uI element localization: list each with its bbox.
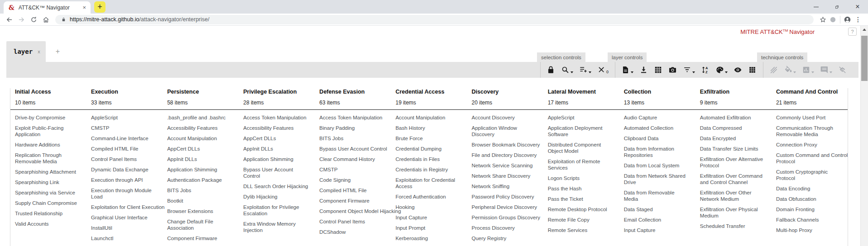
background-color-icon[interactable] [784, 66, 796, 74]
technique-cell[interactable]: Forced Authentication [395, 194, 459, 200]
profile-button[interactable] [844, 16, 851, 24]
technique-cell[interactable]: Exploitation for Client Execution [91, 204, 154, 210]
sort-icon[interactable]: AZ [701, 66, 710, 74]
technique-cell[interactable]: Data Staged [624, 206, 687, 213]
tactic-header[interactable]: Defense Evasion [319, 89, 387, 95]
technique-cell[interactable]: Network Service Scanning [472, 162, 535, 169]
technique-cell[interactable]: Access Token Manipulation [319, 114, 383, 121]
technique-cell[interactable]: Communication Through Removable Media [776, 125, 839, 137]
technique-cell[interactable]: Trusted Relationship [15, 210, 78, 217]
technique-cell[interactable]: Input Capture [395, 214, 459, 221]
technique-cell[interactable]: Data Transfer Size Limits [700, 146, 763, 152]
browser-menu-button[interactable]: ⋮ [851, 16, 865, 23]
technique-cell[interactable]: Network Share Discovery [472, 173, 535, 179]
technique-cell[interactable]: Data from Removable Media [624, 189, 687, 202]
technique-cell[interactable]: Bypass User Account Control [243, 166, 307, 179]
technique-cell[interactable]: Valid Accounts [15, 221, 78, 227]
technique-cell[interactable]: BITS Jobs [319, 135, 383, 142]
technique-cell[interactable]: Data Encrypted [700, 135, 763, 142]
tactic-header[interactable]: Initial Access [15, 89, 83, 95]
minimize-button[interactable] [806, 0, 826, 14]
technique-cell[interactable]: Dylib Hijacking [243, 194, 307, 200]
technique-cell[interactable]: Clipboard Data [624, 135, 687, 142]
tactic-header[interactable]: Privilege Escalation [243, 89, 311, 95]
technique-cell[interactable]: Accessibility Features [167, 125, 230, 131]
toggle-state-icon[interactable] [769, 66, 778, 74]
technique-cell[interactable]: Command-Line Interface [91, 135, 154, 142]
technique-cell[interactable]: Spearphishing Attachment [15, 169, 78, 175]
clear-annotations-icon[interactable] [838, 66, 847, 74]
technique-cell[interactable]: Drive-by Compromise [15, 114, 78, 121]
layer-tab[interactable]: layer x [6, 41, 46, 62]
technique-cell[interactable]: Credentials in Files [395, 156, 459, 162]
technique-cell[interactable]: AppleScript [91, 114, 154, 121]
technique-cell[interactable]: Spearphishing Link [15, 179, 78, 185]
technique-cell[interactable]: Code Signing [319, 177, 383, 183]
technique-cell[interactable]: Peripheral Device Discovery [472, 204, 535, 210]
back-button[interactable] [3, 14, 15, 25]
technique-cell[interactable]: Execution through API [91, 177, 154, 183]
layout-icon[interactable] [748, 66, 757, 74]
close-button[interactable]: × [847, 0, 868, 14]
technique-cell[interactable]: Supply Chain Compromise [15, 200, 78, 206]
technique-cell[interactable]: Custom Command and Control Protocol [776, 152, 839, 165]
tactic-header[interactable]: Credential Access [395, 89, 463, 95]
tactic-header[interactable]: Execution [91, 89, 159, 95]
technique-cell[interactable]: Access Token Manipulation [243, 114, 307, 121]
technique-cell[interactable]: Application Shimming [167, 166, 230, 173]
technique-cell[interactable]: Execution through Module Load [91, 187, 154, 200]
tactic-header[interactable]: Discovery [472, 89, 540, 95]
search-icon[interactable] [561, 66, 573, 74]
technique-cell[interactable]: Exfiltration Over Command and Control Ch… [700, 173, 763, 185]
technique-cell[interactable]: Process Discovery [472, 225, 535, 231]
technique-cell[interactable]: Application Deployment Software [548, 125, 611, 137]
page-scrollbar[interactable] [860, 26, 868, 246]
url-bar[interactable]: https://mitre-attack.github.io/attack-na… [55, 15, 814, 24]
technique-cell[interactable]: DLL Search Order Hijacking [243, 183, 307, 189]
technique-cell[interactable]: Exfiltration Over Physical Medium [700, 206, 763, 219]
technique-cell[interactable]: Permission Groups Discovery [472, 214, 535, 221]
technique-cell[interactable]: Application Window Discovery [472, 125, 535, 137]
technique-cell[interactable]: Data from Local System [624, 162, 687, 169]
technique-cell[interactable]: Hardware Additions [15, 142, 78, 148]
reload-button[interactable] [28, 14, 40, 25]
tactic-header[interactable]: Collection [624, 89, 692, 95]
technique-cell[interactable]: Authentication Package [167, 177, 230, 183]
technique-cell[interactable]: Bypass User Account Control [319, 146, 383, 152]
technique-cell[interactable]: Component Firmware [319, 198, 383, 204]
technique-cell[interactable]: Binary Padding [319, 125, 383, 131]
technique-cell[interactable]: Multi-hop Proxy [776, 227, 839, 233]
technique-cell[interactable]: Credentials in Registry [395, 166, 459, 173]
technique-cell[interactable]: Compiled HTML File [319, 187, 383, 194]
technique-cell[interactable]: Kerberoasting [395, 235, 459, 241]
color-setup-icon[interactable] [715, 66, 728, 74]
technique-cell[interactable]: Exfiltration Over Other Network Medium [700, 189, 763, 202]
technique-cell[interactable]: Pass the Hash [548, 185, 611, 192]
technique-cell[interactable]: AppInit DLLs [243, 146, 307, 152]
technique-cell[interactable]: Data Compressed [700, 125, 763, 131]
download-layer-icon[interactable] [639, 66, 648, 74]
technique-cell[interactable]: Input Capture [624, 227, 687, 233]
technique-cell[interactable]: Data from Information Repositories [624, 146, 687, 158]
technique-cell[interactable]: Domain Fronting [776, 206, 839, 213]
technique-cell[interactable]: Graphical User Interface [91, 214, 154, 221]
scroll-up-button[interactable] [861, 26, 868, 33]
technique-cell[interactable]: Control Panel Items [319, 218, 383, 225]
new-tab-button[interactable]: + [94, 1, 106, 13]
technique-cell[interactable]: AppInit DLLs [167, 156, 230, 162]
technique-cell[interactable]: Compiled HTML File [91, 146, 154, 152]
tactic-header[interactable]: Exfiltration [700, 89, 768, 95]
technique-cell[interactable]: Commonly Used Port [776, 114, 839, 121]
technique-cell[interactable]: Data from Network Shared Drive [624, 173, 687, 185]
technique-cell[interactable]: Exploitation of Remote Services [548, 158, 611, 171]
restore-button[interactable] [826, 0, 847, 14]
tactic-header[interactable]: Command And Control [776, 89, 844, 95]
technique-cell[interactable]: Automated Collection [624, 125, 687, 131]
technique-cell[interactable]: Hooking [395, 204, 459, 210]
technique-cell[interactable]: Exfiltration Over Alternative Protocol [700, 156, 763, 169]
technique-cell[interactable]: CMSTP [319, 166, 383, 173]
technique-cell[interactable]: InstallUtil [91, 225, 154, 231]
technique-cell[interactable]: Bash History [395, 125, 459, 131]
technique-cell[interactable]: Exploit Public-Facing Application [15, 125, 78, 137]
tab-close-icon[interactable]: × [81, 4, 88, 11]
